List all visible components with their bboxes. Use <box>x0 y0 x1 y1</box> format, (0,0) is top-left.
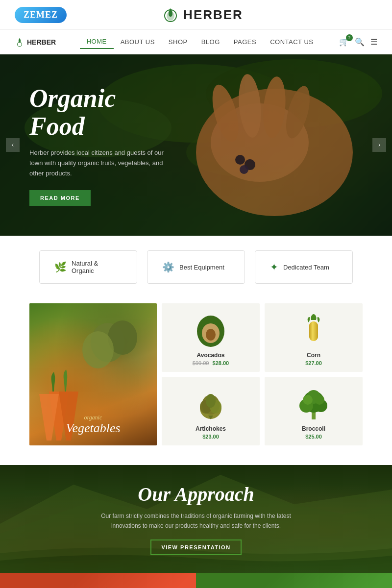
featured-image[interactable]: organic Vegetables <box>29 303 157 445</box>
broccoli-name: Broccoli <box>302 425 325 432</box>
approach-description: Our farm strictly combines the tradition… <box>98 512 294 530</box>
featured-text: organic Vegetables <box>66 414 120 436</box>
approach-section: Our Approach Our farm strictly combines … <box>0 465 392 573</box>
bottom-section <box>0 573 392 588</box>
slider-next-button[interactable]: › <box>372 138 386 152</box>
brand-name: HERBER <box>183 7 243 23</box>
avocado-price: $99.00 $28.00 <box>193 360 229 366</box>
nav-brand-name: HERBER <box>27 38 56 46</box>
broccoli-svg <box>294 386 333 420</box>
product-avocado[interactable]: Avocados $99.00 $28.00 <box>162 303 260 372</box>
svg-rect-24 <box>309 321 318 341</box>
corn-price-new: $27.00 <box>305 360 322 366</box>
products-section: organic Vegetables Avocados $99.00 $28.0… <box>0 298 392 465</box>
avocado-price-new: $28.00 <box>213 360 229 366</box>
nav-item-pages[interactable]: PAGES <box>227 35 263 49</box>
svg-point-29 <box>206 394 216 408</box>
svg-point-36 <box>315 395 324 405</box>
natural-icon: 🌿 <box>54 261 67 273</box>
broccoli-price-new: $25.00 <box>305 434 322 440</box>
hero-read-more-button[interactable]: READ MORE <box>29 190 91 206</box>
search-button[interactable]: 🔍 <box>355 37 365 47</box>
bottom-card-tomato[interactable] <box>0 573 196 588</box>
nav-logo-small[interactable]: HERBER <box>15 37 56 47</box>
svg-point-13 <box>235 155 245 165</box>
nav-item-home[interactable]: HOME <box>80 35 114 49</box>
hero-description: Herber provides local citizens and guest… <box>29 148 176 178</box>
hero-title: Organic Food <box>29 84 176 140</box>
approach-content: Our Approach Our farm strictly combines … <box>88 473 304 564</box>
corn-svg <box>296 313 331 347</box>
nav-item-shop[interactable]: SHOP <box>162 35 195 49</box>
feature-natural[interactable]: 🌿 Natural & Organic <box>39 250 137 284</box>
nav-item-contact[interactable]: CONTACT US <box>263 35 320 49</box>
products-grid: Avocados $99.00 $28.00 <box>162 303 363 445</box>
artichoke-price: $23.00 <box>202 434 219 440</box>
hero-section: Organic Food Herber provides local citiz… <box>0 54 392 236</box>
approach-cta-button[interactable]: VIEW PRESENTATION <box>150 539 241 555</box>
herb-illustration <box>245 573 343 588</box>
navigation: HERBER HOME ABOUT US SHOP BLOG PAGES CON… <box>0 29 392 54</box>
brand-icon <box>162 6 179 24</box>
features-section: 🌿 Natural & Organic ⚙️ Best Equipment ✦ … <box>0 236 392 298</box>
artichoke-name: Artichokes <box>196 425 226 432</box>
nav-items: HOME ABOUT US SHOP BLOG PAGES CONTACT US <box>71 35 329 49</box>
artichoke-svg <box>191 386 230 420</box>
approach-title: Our Approach <box>98 483 294 506</box>
nav-item-about[interactable]: ABOUT US <box>114 35 162 49</box>
brand-logo: HERBER <box>162 6 243 24</box>
product-artichoke[interactable]: Artichokes $23.00 <box>162 377 260 445</box>
bottom-card-herb[interactable] <box>196 573 392 588</box>
team-icon: ✦ <box>270 261 278 273</box>
broccoli-price: $25.00 <box>305 434 322 440</box>
broccoli-image <box>292 385 336 421</box>
artichoke-image <box>189 385 233 421</box>
corn-name: Corn <box>307 352 320 359</box>
feature-equipment[interactable]: ⚙️ Best Equipment <box>147 250 245 284</box>
svg-point-35 <box>303 395 313 405</box>
avocado-image <box>189 311 233 348</box>
natural-label: Natural & Organic <box>72 260 122 274</box>
avocado-price-old: $99.00 <box>193 360 209 366</box>
svg-point-19 <box>82 331 114 368</box>
menu-button[interactable]: ☰ <box>370 37 377 47</box>
equipment-label: Best Equipment <box>179 264 224 271</box>
svg-point-22 <box>206 329 216 341</box>
hero-content: Organic Food Herber provides local citiz… <box>0 60 206 231</box>
feature-team[interactable]: ✦ Dedicated Team <box>255 250 353 284</box>
product-corn[interactable]: Corn $27.00 <box>265 303 363 372</box>
cart-button[interactable]: 🛒2 <box>339 37 349 47</box>
avocado-svg <box>191 313 230 347</box>
featured-subtitle: organic <box>66 414 120 421</box>
slider-prev-button[interactable]: ‹ <box>6 138 20 152</box>
corn-image <box>292 311 336 348</box>
cart-badge: 2 <box>346 34 353 41</box>
team-label: Dedicated Team <box>283 264 329 271</box>
corn-price: $27.00 <box>305 360 322 366</box>
svg-point-1 <box>18 42 22 47</box>
featured-title: Vegetables <box>66 421 120 436</box>
product-broccoli[interactable]: Broccoli $25.00 <box>265 377 363 445</box>
nav-icons: 🛒2 🔍 ☰ <box>339 37 377 47</box>
nav-item-blog[interactable]: BLOG <box>195 35 227 49</box>
tomato-illustration <box>49 573 147 588</box>
avocado-name: Avocados <box>197 352 225 359</box>
equipment-icon: ⚙️ <box>162 261 174 273</box>
svg-point-15 <box>240 165 248 174</box>
zemez-logo[interactable]: ZEMEZ <box>15 7 67 23</box>
artichoke-price-new: $23.00 <box>202 434 219 440</box>
nav-brand-icon <box>15 37 24 47</box>
top-bar: ZEMEZ HERBER <box>0 0 392 29</box>
